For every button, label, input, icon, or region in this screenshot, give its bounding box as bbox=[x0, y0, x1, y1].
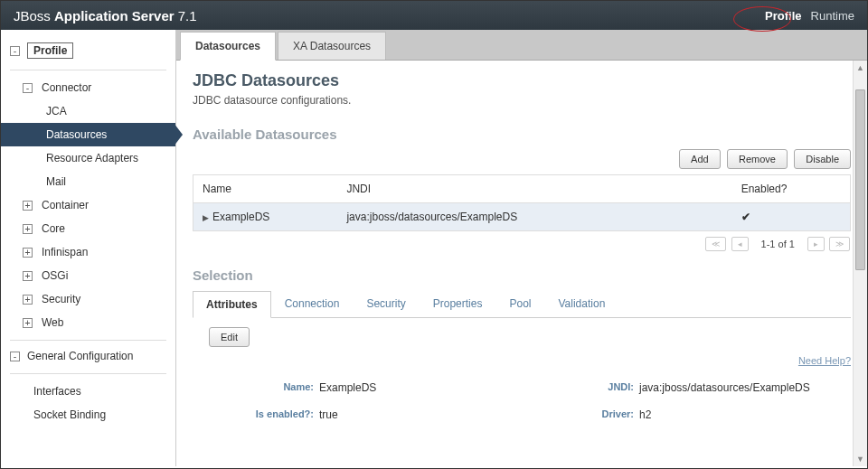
tree-security[interactable]: +Security bbox=[1, 287, 175, 311]
row-caret-icon: ▶ bbox=[203, 213, 209, 222]
tree-connector[interactable]: - Connector bbox=[1, 76, 175, 99]
cell-name: ExampleDS bbox=[212, 211, 269, 223]
tab-xa-datasources[interactable]: XA Datasources bbox=[278, 32, 386, 60]
tree-infinispan[interactable]: +Infinispan bbox=[1, 240, 175, 264]
sidebar-general-config[interactable]: - General Configuration bbox=[1, 346, 175, 368]
available-heading: Available Datasources bbox=[193, 127, 851, 142]
subtab-security[interactable]: Security bbox=[353, 290, 419, 317]
expand-icon[interactable]: + bbox=[23, 271, 33, 281]
subtab-properties[interactable]: Properties bbox=[420, 290, 496, 317]
help-link[interactable]: Need Help? bbox=[798, 355, 851, 366]
attribute-form: Name: ExampleDS JNDI: java:jboss/datasou… bbox=[193, 374, 851, 428]
subtab-validation[interactable]: Validation bbox=[544, 290, 618, 317]
header-nav: Profile Runtime bbox=[765, 9, 854, 23]
value-enabled: true bbox=[319, 408, 338, 421]
remove-button[interactable]: Remove bbox=[727, 149, 788, 169]
page-first-button[interactable]: ≪ bbox=[705, 237, 726, 251]
subtab-attributes[interactable]: Attributes bbox=[193, 291, 271, 318]
leaf-datasources[interactable]: Datasources bbox=[1, 123, 175, 146]
brand-prefix: JBoss bbox=[14, 8, 54, 23]
datasource-table: Name JNDI Enabled? ▶ExampleDS java:jboss… bbox=[193, 174, 851, 231]
col-jndi: JNDI bbox=[337, 175, 731, 203]
leaf-interfaces[interactable]: Interfaces bbox=[1, 380, 175, 403]
value-jndi: java:jboss/datasources/ExampleDS bbox=[639, 381, 810, 394]
brand-name: Application Server bbox=[54, 8, 175, 23]
check-icon: ✔ bbox=[741, 211, 750, 223]
brand: JBoss Application Server 7.1 bbox=[14, 8, 197, 23]
value-driver: h2 bbox=[639, 408, 651, 421]
app-header: JBoss Application Server 7.1 Profile Run… bbox=[1, 1, 867, 30]
scroll-down-icon[interactable]: ▼ bbox=[854, 452, 867, 466]
sidebar-root[interactable]: - Profile bbox=[1, 39, 175, 64]
collapse-icon[interactable]: - bbox=[10, 352, 20, 361]
leaf-jca[interactable]: JCA bbox=[1, 99, 175, 123]
expand-icon[interactable]: + bbox=[23, 248, 33, 258]
tab-datasources[interactable]: Datasources bbox=[180, 32, 276, 61]
table-header: Name JNDI Enabled? bbox=[193, 175, 851, 203]
form-item-name: Name: ExampleDS bbox=[202, 374, 522, 401]
page-next-button[interactable]: ▸ bbox=[807, 237, 825, 251]
selection-heading: Selection bbox=[193, 267, 851, 283]
edit-button[interactable]: Edit bbox=[209, 327, 250, 347]
label-enabled: Is enabled?: bbox=[202, 408, 319, 421]
content: JDBC Datasources JDBC datasource configu… bbox=[176, 61, 867, 466]
main: Datasources XA Datasources JDBC Datasour… bbox=[176, 30, 867, 466]
form-item-enabled: Is enabled?: true bbox=[202, 401, 522, 428]
label-driver: Driver: bbox=[522, 408, 639, 421]
leaf-mail[interactable]: Mail bbox=[1, 170, 175, 193]
tree-container[interactable]: +Container bbox=[1, 193, 175, 217]
col-name: Name bbox=[193, 175, 338, 203]
scroll-thumb[interactable] bbox=[855, 89, 865, 270]
table-toolbar: Add Remove Disable bbox=[193, 149, 851, 169]
scroll-up-icon[interactable]: ▲ bbox=[854, 61, 867, 75]
sidebar: - Profile - Connector JCA Datasources Re… bbox=[1, 30, 176, 466]
expand-icon[interactable]: + bbox=[23, 318, 33, 328]
cell-jndi: java:jboss/datasources/ExampleDS bbox=[337, 203, 731, 231]
collapse-icon[interactable]: - bbox=[23, 83, 33, 93]
table-row[interactable]: ▶ExampleDS java:jboss/datasources/Exampl… bbox=[193, 203, 851, 231]
form-item-driver: Driver: h2 bbox=[522, 401, 842, 428]
subtabs: Attributes Connection Security Propertie… bbox=[193, 290, 851, 318]
tree-core[interactable]: +Core bbox=[1, 217, 175, 240]
page-title: JDBC Datasources bbox=[193, 71, 851, 90]
tabs-bar: Datasources XA Datasources bbox=[176, 30, 867, 61]
subtab-connection[interactable]: Connection bbox=[271, 290, 354, 317]
expand-icon[interactable]: + bbox=[23, 201, 33, 211]
tree-web[interactable]: +Web bbox=[1, 311, 175, 334]
value-name: ExampleDS bbox=[319, 381, 376, 394]
add-button[interactable]: Add bbox=[679, 149, 721, 169]
page-prev-button[interactable]: ◂ bbox=[731, 237, 749, 251]
brand-version: 7.1 bbox=[175, 8, 197, 23]
subtab-pool[interactable]: Pool bbox=[495, 290, 544, 317]
leaf-socket-binding[interactable]: Socket Binding bbox=[1, 403, 175, 427]
page-subtitle: JDBC datasource configurations. bbox=[193, 94, 851, 107]
nav-profile[interactable]: Profile bbox=[765, 9, 801, 23]
scrollbar[interactable]: ▲ ▼ bbox=[853, 61, 867, 466]
help-link-row: Need Help? bbox=[193, 354, 851, 367]
form-item-jndi: JNDI: java:jboss/datasources/ExampleDS bbox=[522, 374, 842, 401]
collapse-icon[interactable]: - bbox=[10, 46, 20, 56]
page-info: 1-1 of 1 bbox=[752, 239, 804, 249]
disable-button[interactable]: Disable bbox=[794, 149, 851, 169]
label-jndi: JNDI: bbox=[522, 381, 639, 394]
tree-osgi[interactable]: +OSGi bbox=[1, 264, 175, 287]
leaf-resource-adapters[interactable]: Resource Adapters bbox=[1, 146, 175, 170]
col-enabled: Enabled? bbox=[732, 175, 851, 203]
expand-icon[interactable]: + bbox=[23, 295, 33, 305]
nav-runtime[interactable]: Runtime bbox=[811, 9, 854, 23]
page-last-button[interactable]: ≫ bbox=[829, 237, 850, 251]
expand-icon[interactable]: + bbox=[23, 224, 33, 234]
label-name: Name: bbox=[202, 381, 319, 394]
paginator: ≪ ◂ 1-1 of 1 ▸ ≫ bbox=[193, 237, 851, 251]
